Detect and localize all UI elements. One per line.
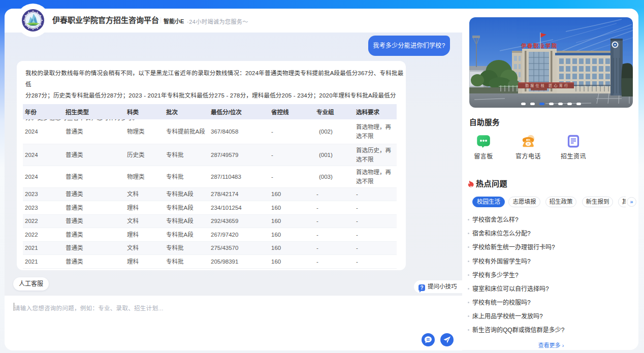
svg-text:勤报仕枝 匠心育行: 勤报仕枝 匠心育行 (525, 83, 568, 88)
